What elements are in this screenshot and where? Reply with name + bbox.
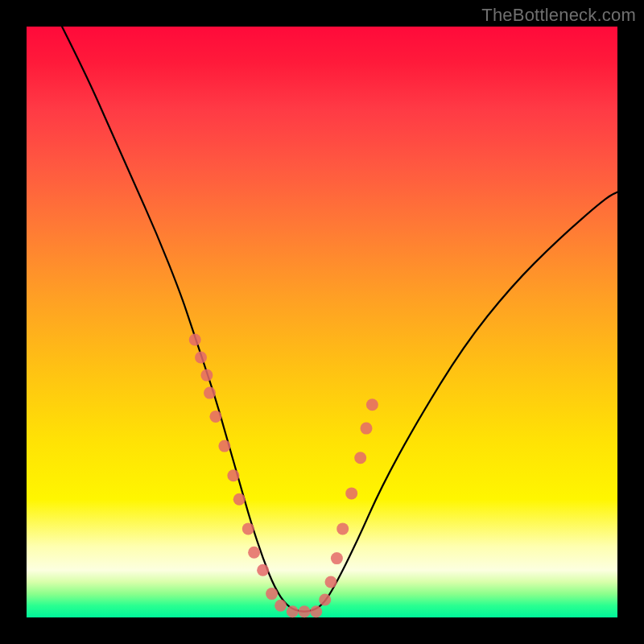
sample-dot	[204, 387, 216, 399]
sample-dot	[227, 469, 239, 481]
watermark-label: TheBottleneck.com	[481, 5, 636, 26]
sample-dot	[209, 411, 221, 423]
sample-dot	[310, 605, 322, 617]
sample-dot	[248, 547, 260, 559]
sample-dots	[189, 334, 378, 618]
sample-dot	[266, 588, 278, 600]
sample-dot	[299, 605, 311, 617]
sample-dot	[200, 369, 213, 382]
sample-dot	[325, 576, 337, 588]
sample-dot	[233, 493, 246, 506]
sample-dot	[287, 605, 299, 617]
sample-dot	[336, 522, 349, 535]
sample-dot	[331, 552, 343, 564]
sample-dot	[195, 352, 207, 364]
sample-dot	[189, 334, 201, 346]
sample-dot	[361, 423, 373, 435]
sample-dot	[366, 398, 378, 411]
sample-dot	[275, 600, 287, 612]
sample-dot	[242, 522, 254, 535]
sample-dot	[345, 487, 357, 499]
chart-frame: TheBottleneck.com	[0, 0, 644, 644]
sample-dot	[218, 440, 230, 452]
sample-dot	[257, 564, 269, 576]
sample-dot	[354, 452, 366, 464]
sample-dot	[319, 594, 331, 606]
chart-overlay	[27, 27, 617, 617]
